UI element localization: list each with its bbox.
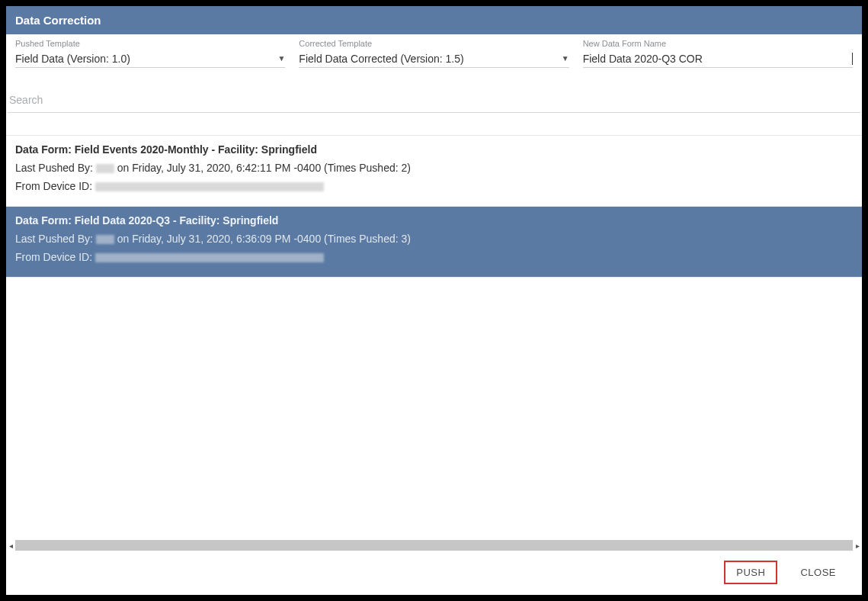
pushed-template-select[interactable]: Field Data (Version: 1.0) ▼ (15, 50, 285, 68)
new-data-form-name-value: Field Data 2020-Q3 COR (583, 51, 852, 66)
list-item-pushed-prefix: Last Pushed By: (15, 233, 96, 245)
list-item-device: From Device ID: (15, 180, 853, 192)
corrected-template-select[interactable]: Field Data Corrected (Version: 1.5) ▼ (299, 50, 569, 68)
redacted-text (96, 235, 114, 244)
new-data-form-name-field: New Data Form Name Field Data 2020-Q3 CO… (583, 39, 853, 68)
chevron-down-icon: ▼ (277, 54, 285, 63)
new-data-form-name-input-wrap[interactable]: Field Data 2020-Q3 COR (583, 50, 853, 68)
close-button[interactable]: CLOSE (790, 561, 847, 584)
list-item-pushed-prefix: Last Pushed By: (15, 162, 96, 174)
filter-row: Pushed Template Field Data (Version: 1.0… (6, 34, 862, 76)
search-row (8, 76, 860, 113)
dialog-frame: Data Correction Pushed Template Field Da… (6, 6, 862, 595)
list-item-pushed-suffix: on Friday, July 31, 2020, 6:36:09 PM -04… (114, 233, 411, 245)
list-item-pushed: Last Pushed By: on Friday, July 31, 2020… (15, 162, 853, 174)
list-item[interactable]: Data Form: Field Events 2020-Monthly - F… (6, 136, 862, 207)
horizontal-scrollbar[interactable]: ◂ ▸ (6, 539, 862, 551)
data-form-list: Data Form: Field Events 2020-Monthly - F… (6, 136, 862, 551)
list-item-pushed: Last Pushed By: on Friday, July 31, 2020… (15, 233, 853, 245)
search-input[interactable] (8, 91, 860, 109)
list-item-device: From Device ID: (15, 251, 853, 263)
list-header-gap (6, 113, 862, 136)
list-item-device-prefix: From Device ID: (15, 180, 95, 192)
pushed-template-value: Field Data (Version: 1.0) (15, 51, 274, 66)
corrected-template-field: Corrected Template Field Data Corrected … (299, 39, 569, 68)
pushed-template-field: Pushed Template Field Data (Version: 1.0… (15, 39, 285, 68)
corrected-template-label: Corrected Template (299, 39, 569, 48)
list-item-device-prefix: From Device ID: (15, 251, 95, 263)
redacted-text (95, 253, 324, 262)
new-data-form-name-label: New Data Form Name (583, 39, 853, 48)
redacted-text (96, 164, 114, 173)
text-cursor-icon (852, 53, 853, 65)
scroll-left-icon[interactable]: ◂ (6, 542, 15, 550)
dialog-footer: PUSH CLOSE (6, 551, 862, 595)
list-item-title: Data Form: Field Data 2020-Q3 - Facility… (15, 214, 853, 227)
list-item-pushed-suffix: on Friday, July 31, 2020, 6:42:11 PM -04… (114, 162, 411, 174)
corrected-template-value: Field Data Corrected (Version: 1.5) (299, 51, 558, 66)
scrollbar-track[interactable] (15, 540, 853, 551)
redacted-text (95, 182, 324, 191)
push-button[interactable]: PUSH (724, 561, 777, 584)
dialog-title: Data Correction (6, 6, 862, 34)
list-item-title: Data Form: Field Events 2020-Monthly - F… (15, 143, 853, 156)
chevron-down-icon: ▼ (562, 54, 569, 63)
scroll-right-icon[interactable]: ▸ (853, 542, 862, 550)
list-item[interactable]: Data Form: Field Data 2020-Q3 - Facility… (6, 207, 862, 278)
pushed-template-label: Pushed Template (15, 39, 285, 48)
